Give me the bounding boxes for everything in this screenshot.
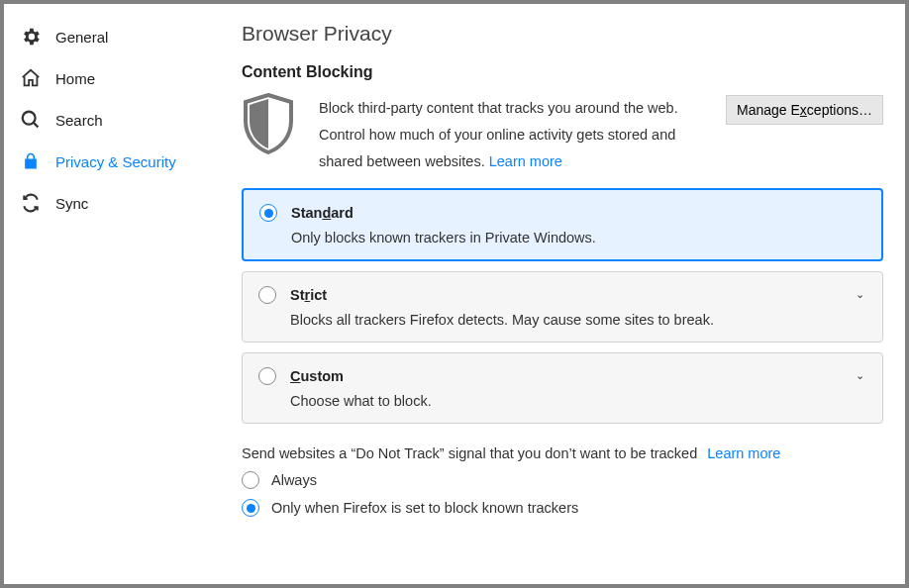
sidebar-item-label: Home [55,70,95,87]
page-title: Browser Privacy [242,22,883,46]
sidebar-item-label: General [55,29,108,46]
chevron-down-icon[interactable]: ⌄ [856,288,864,301]
content-blocking-description: Block third-party content that tracks yo… [319,93,716,174]
mode-description: Blocks all trackers Firefox detects. May… [290,312,866,328]
sidebar-item-label: Search [55,112,103,129]
mode-description: Only blocks known trackers in Private Wi… [291,230,865,245]
radio-dnt-always[interactable] [242,471,259,489]
home-icon [20,67,42,89]
manage-exceptions-button[interactable]: Manage Exceptions… [726,95,883,125]
shield-icon [242,93,305,158]
dnt-option-label: Always [271,472,317,488]
blocking-mode-options: Standard Only blocks known trackers in P… [242,188,883,424]
sidebar-item-sync[interactable]: Sync [4,182,212,224]
mode-custom[interactable]: ⌄ Custom Choose what to block. [242,352,883,424]
dnt-option-label: Only when Firefox is set to block known … [271,500,578,516]
dnt-learn-more-link[interactable]: Learn more [707,445,780,461]
sync-icon [20,192,42,214]
dnt-section: Send websites a “Do Not Track” signal th… [242,445,883,517]
svg-line-1 [34,123,39,128]
mode-title: Custom [290,368,344,384]
sidebar-item-general[interactable]: General [4,16,212,57]
search-icon [20,109,42,131]
mode-title: Standard [291,205,354,221]
chevron-down-icon[interactable]: ⌄ [856,369,864,382]
lock-icon [20,150,42,172]
sidebar-item-label: Sync [55,195,88,212]
learn-more-link[interactable]: Learn more [489,153,562,169]
radio-standard[interactable] [259,204,277,222]
mode-description: Choose what to block. [290,393,866,409]
sidebar-item-search[interactable]: Search [4,99,212,141]
radio-dnt-only-when[interactable] [242,499,259,517]
radio-custom[interactable] [258,367,276,385]
preferences-window: General Home Search Privacy & Security S… [0,0,909,588]
mode-standard[interactable]: Standard Only blocks known trackers in P… [242,188,883,261]
dnt-option-only-when[interactable]: Only when Firefox is set to block known … [242,499,883,517]
sidebar-item-privacy[interactable]: Privacy & Security [4,141,212,182]
mode-title: Strict [290,287,327,303]
dnt-text: Send websites a “Do Not Track” signal th… [242,445,697,461]
section-title: Content Blocking [242,63,883,81]
mode-strict[interactable]: ⌄ Strict Blocks all trackers Firefox det… [242,271,883,343]
radio-strict[interactable] [258,286,276,304]
sidebar: General Home Search Privacy & Security S… [4,4,212,584]
sidebar-item-label: Privacy & Security [55,153,176,170]
dnt-option-always[interactable]: Always [242,471,883,489]
sidebar-item-home[interactable]: Home [4,57,212,99]
main-panel: Browser Privacy Content Blocking Block t… [212,4,905,584]
gear-icon [20,26,42,48]
svg-point-0 [23,112,36,125]
content-blocking-header: Block third-party content that tracks yo… [242,93,883,174]
